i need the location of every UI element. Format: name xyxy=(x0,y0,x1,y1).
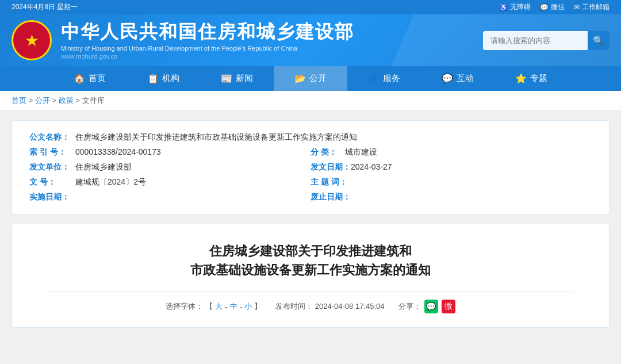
nav-label-home: 首页 xyxy=(89,73,106,84)
logo-emblem xyxy=(12,20,52,60)
font-medium-link[interactable]: 中 xyxy=(230,301,237,312)
weibo-share-icon[interactable]: 微 xyxy=(442,300,455,313)
email-link[interactable]: ✉ 工作邮箱 xyxy=(574,2,610,12)
breadcrumb: 首页 > 公开 > 政策 > 文件库 xyxy=(0,91,621,111)
sender-value: 住房城乡建设部 xyxy=(75,162,310,173)
nav-label-org: 机构 xyxy=(162,73,179,84)
breadcrumb-sep3: > xyxy=(75,96,82,105)
header-left: 中华人民共和国住房和城乡建设部 Ministry of Housing and … xyxy=(12,20,354,60)
share-label: 分享： xyxy=(398,301,421,312)
info-half-effective: 实施日期： xyxy=(29,192,310,202)
category-value: 城市建设 xyxy=(345,147,592,158)
main-content: 公文名称： 住房城乡建设部关于印发推进建筑和市政基础设施设备更新工作实施方案的通… xyxy=(0,111,621,337)
index-value: 000013338/2024-00173 xyxy=(75,147,310,156)
search-button[interactable]: 🔍 xyxy=(588,31,610,50)
nav-label-public: 公开 xyxy=(309,73,327,84)
info-row-index-category: 索 引 号： 000013338/2024-00173 分 类： 城市建设 xyxy=(29,147,592,158)
title-value: 住房城乡建设部关于印发推进建筑和市政基础设施设备更新工作实施方案的通知 xyxy=(75,132,592,143)
nav-label-news: 新闻 xyxy=(236,73,253,84)
interact-icon: 💬 xyxy=(442,73,453,84)
nav-label-service: 服务 xyxy=(383,73,400,84)
public-icon: 📂 xyxy=(294,73,306,84)
info-half-docnum: 文 号： 建城规〔2024〕2号 xyxy=(29,177,310,187)
info-half-theme: 主 题 词： xyxy=(310,177,592,187)
nav-item-service[interactable]: 👤 服务 xyxy=(347,66,421,91)
font-large-link[interactable]: 大 xyxy=(215,301,223,312)
accessibility-icon: ♿ xyxy=(499,3,508,12)
article-meta: 选择字体： 【 大 - 中 - 小 】 发布时间： 2024-04-08 17:… xyxy=(47,291,574,313)
publish-time: 2024-04-08 17:45:04 xyxy=(315,302,385,311)
breadcrumb-sep2: > xyxy=(52,96,58,105)
font-small-link[interactable]: 小 xyxy=(244,301,252,312)
nav-item-public[interactable]: 📂 公开 xyxy=(274,66,347,91)
email-icon: ✉ xyxy=(574,3,580,12)
nav-item-news[interactable]: 📰 新闻 xyxy=(200,66,274,91)
issue-date-value: 2024-03-27 xyxy=(351,162,592,171)
publish-label: 发布时间： xyxy=(275,302,313,311)
site-title-en: Ministry of Housing and Urban-Rural Deve… xyxy=(61,45,354,52)
main-nav: 🏠 首页 📋 机构 📰 新闻 📂 公开 👤 服务 💬 互动 ⭐ 专题 xyxy=(0,66,621,91)
header-search: 🔍 xyxy=(483,31,610,50)
top-bar: 2024年4月8日 星期一 ♿ 无障碍 💬 微信 ✉ 工作邮箱 xyxy=(0,0,621,14)
title-label: 公文名称： xyxy=(29,132,75,143)
info-row-title: 公文名称： 住房城乡建设部关于印发推进建筑和市政基础设施设备更新工作实施方案的通… xyxy=(29,132,592,143)
article-card: 住房城乡建设部关于印发推进建筑和 市政基础设施设备更新工作实施方案的通知 选择字… xyxy=(12,224,610,328)
header-title-block: 中华人民共和国住房和城乡建设部 Ministry of Housing and … xyxy=(61,21,354,60)
article-title: 住房城乡建设部关于印发推进建筑和 市政基础设施设备更新工作实施方案的通知 xyxy=(47,242,574,279)
info-half-index: 索 引 号： 000013338/2024-00173 xyxy=(29,147,310,158)
expire-label: 废止日期： xyxy=(310,192,351,202)
site-url: www.mohurd.gov.cn xyxy=(61,53,354,60)
site-title-zh: 中华人民共和国住房和城乡建设部 xyxy=(61,21,354,43)
issue-date-label: 发文日期： xyxy=(310,162,351,173)
header: 中华人民共和国住房和城乡建设部 Ministry of Housing and … xyxy=(0,14,621,66)
sender-label: 发文单位： xyxy=(29,162,75,173)
info-row-docnum-theme: 文 号： 建城规〔2024〕2号 主 题 词： xyxy=(29,177,592,187)
service-icon: 👤 xyxy=(368,73,379,84)
info-row-sender-date: 发文单位： 住房城乡建设部 发文日期： 2024-03-27 xyxy=(29,162,592,173)
nav-label-special: 专题 xyxy=(530,73,547,84)
org-icon: 📋 xyxy=(147,73,159,84)
nav-item-special[interactable]: ⭐ 专题 xyxy=(494,66,568,91)
nav-item-home[interactable]: 🏠 首页 xyxy=(53,66,126,91)
category-label: 分 类： xyxy=(310,147,345,158)
docnum-label: 文 号： xyxy=(29,177,75,187)
breadcrumb-sep1: > xyxy=(29,96,35,105)
breadcrumb-current: 文件库 xyxy=(82,96,105,105)
news-icon: 📰 xyxy=(221,73,232,84)
wechat-icon: 💬 xyxy=(540,3,549,12)
accessibility-link[interactable]: ♿ 无障碍 xyxy=(499,2,531,12)
article-title-line2: 市政基础设施设备更新工作实施方案的通知 xyxy=(47,260,574,279)
info-half-sender: 发文单位： 住房城乡建设部 xyxy=(29,162,310,173)
info-half-expire: 废止日期： xyxy=(310,192,592,202)
special-icon: ⭐ xyxy=(515,73,527,84)
info-half-category: 分 类： 城市建设 xyxy=(310,147,592,158)
breadcrumb-home[interactable]: 首页 xyxy=(12,96,26,105)
date-display: 2024年4月8日 星期一 xyxy=(12,2,78,12)
docnum-value: 建城规〔2024〕2号 xyxy=(75,177,310,187)
info-row-effective-expire: 实施日期： 废止日期： xyxy=(29,192,592,202)
top-bar-right: ♿ 无障碍 💬 微信 ✉ 工作邮箱 xyxy=(499,2,610,12)
publish-time-block: 发布时间： 2024-04-08 17:45:04 xyxy=(275,301,384,312)
nav-label-interact: 互动 xyxy=(457,73,474,84)
breadcrumb-policy[interactable]: 政策 xyxy=(59,96,74,105)
font-label: 选择字体： xyxy=(166,301,203,312)
article-title-line1: 住房城乡建设部关于印发推进建筑和 xyxy=(47,242,574,260)
home-icon: 🏠 xyxy=(74,73,85,84)
theme-label: 主 题 词： xyxy=(310,177,347,187)
nav-item-interact[interactable]: 💬 互动 xyxy=(421,66,494,91)
font-size-selector: 选择字体： 【 大 - 中 - 小 】 xyxy=(166,301,262,312)
wechat-link[interactable]: 💬 微信 xyxy=(540,2,565,12)
share-block: 分享： 💬 微 xyxy=(398,300,455,313)
doc-info-card: 公文名称： 住房城乡建设部关于印发推进建筑和市政基础设施设备更新工作实施方案的通… xyxy=(12,120,610,214)
effective-label: 实施日期： xyxy=(29,192,75,202)
index-label: 索 引 号： xyxy=(29,147,75,158)
info-half-issue-date: 发文日期： 2024-03-27 xyxy=(310,162,592,173)
breadcrumb-public[interactable]: 公开 xyxy=(35,96,50,105)
nav-item-org[interactable]: 📋 机构 xyxy=(126,66,200,91)
wechat-share-icon[interactable]: 💬 xyxy=(424,300,438,313)
